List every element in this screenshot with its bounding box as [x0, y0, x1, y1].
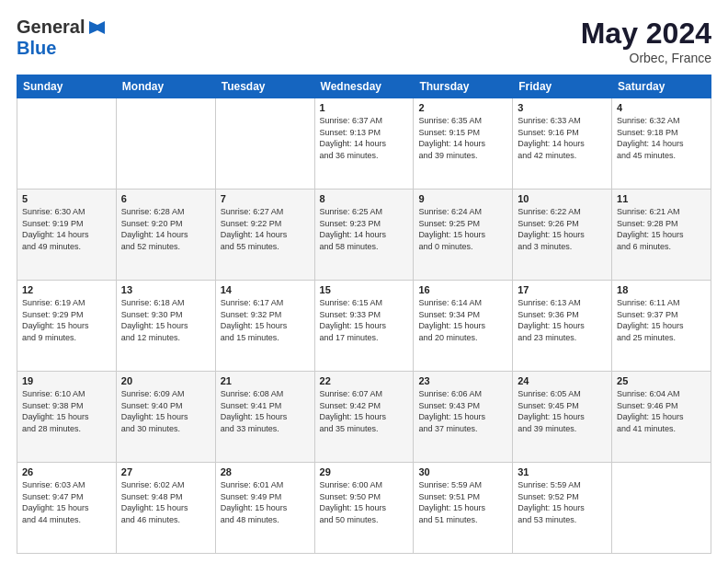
- calendar-cell: 26Sunrise: 6:03 AM Sunset: 9:47 PM Dayli…: [17, 463, 117, 554]
- day-detail: Sunrise: 6:22 AM Sunset: 9:26 PM Dayligh…: [518, 206, 607, 252]
- day-detail: Sunrise: 6:02 AM Sunset: 9:48 PM Dayligh…: [121, 479, 210, 525]
- day-detail: Sunrise: 5:59 AM Sunset: 9:52 PM Dayligh…: [518, 479, 607, 525]
- calendar-cell: 10Sunrise: 6:22 AM Sunset: 9:26 PM Dayli…: [513, 190, 612, 281]
- calendar-cell: 14Sunrise: 6:17 AM Sunset: 9:32 PM Dayli…: [215, 281, 314, 372]
- col-saturday: Saturday: [612, 75, 711, 98]
- calendar-cell: 6Sunrise: 6:28 AM Sunset: 9:20 PM Daylig…: [116, 190, 215, 281]
- day-number: 27: [121, 466, 210, 477]
- day-detail: Sunrise: 6:15 AM Sunset: 9:33 PM Dayligh…: [320, 297, 409, 343]
- day-number: 12: [22, 284, 111, 295]
- calendar-cell: 29Sunrise: 6:00 AM Sunset: 9:50 PM Dayli…: [314, 463, 414, 554]
- day-detail: Sunrise: 6:17 AM Sunset: 9:32 PM Dayligh…: [221, 297, 310, 343]
- calendar-cell: 15Sunrise: 6:15 AM Sunset: 9:33 PM Dayli…: [314, 281, 414, 372]
- day-number: 3: [518, 102, 607, 113]
- day-detail: Sunrise: 6:28 AM Sunset: 9:20 PM Dayligh…: [121, 206, 210, 252]
- logo-general-text: General: [17, 17, 85, 38]
- calendar-cell: 17Sunrise: 6:13 AM Sunset: 9:36 PM Dayli…: [513, 281, 612, 372]
- col-sunday: Sunday: [17, 75, 117, 98]
- title-block: May 2024 Orbec, France: [581, 17, 711, 65]
- day-number: 19: [22, 375, 111, 386]
- day-number: 9: [418, 193, 507, 204]
- day-number: 15: [320, 284, 409, 295]
- day-number: 21: [221, 375, 310, 386]
- day-number: 26: [22, 466, 111, 477]
- day-detail: Sunrise: 6:05 AM Sunset: 9:45 PM Dayligh…: [518, 388, 607, 434]
- day-detail: Sunrise: 6:04 AM Sunset: 9:46 PM Dayligh…: [617, 388, 706, 434]
- calendar-cell: 28Sunrise: 6:01 AM Sunset: 9:49 PM Dayli…: [215, 463, 314, 554]
- week-row-2: 5Sunrise: 6:30 AM Sunset: 9:19 PM Daylig…: [17, 190, 711, 281]
- day-detail: Sunrise: 6:33 AM Sunset: 9:16 PM Dayligh…: [518, 115, 607, 161]
- calendar-header-row: Sunday Monday Tuesday Wednesday Thursday…: [17, 75, 711, 98]
- day-number: 18: [617, 284, 706, 295]
- calendar-cell: 30Sunrise: 5:59 AM Sunset: 9:51 PM Dayli…: [414, 463, 513, 554]
- calendar-cell: 11Sunrise: 6:21 AM Sunset: 9:28 PM Dayli…: [612, 190, 711, 281]
- calendar-cell: 23Sunrise: 6:06 AM Sunset: 9:43 PM Dayli…: [414, 372, 513, 463]
- day-number: 2: [418, 102, 507, 113]
- calendar-cell: 4Sunrise: 6:32 AM Sunset: 9:18 PM Daylig…: [612, 98, 711, 190]
- day-number: 29: [320, 466, 409, 477]
- calendar-cell: [215, 98, 314, 190]
- day-number: 28: [221, 466, 310, 477]
- day-detail: Sunrise: 6:08 AM Sunset: 9:41 PM Dayligh…: [221, 388, 310, 434]
- week-row-5: 26Sunrise: 6:03 AM Sunset: 9:47 PM Dayli…: [17, 463, 711, 554]
- week-row-4: 19Sunrise: 6:10 AM Sunset: 9:38 PM Dayli…: [17, 372, 711, 463]
- day-number: 8: [320, 193, 409, 204]
- day-detail: Sunrise: 6:03 AM Sunset: 9:47 PM Dayligh…: [22, 479, 111, 525]
- day-detail: Sunrise: 6:00 AM Sunset: 9:50 PM Dayligh…: [320, 479, 409, 525]
- calendar-cell: [612, 463, 711, 554]
- calendar-cell: 8Sunrise: 6:25 AM Sunset: 9:23 PM Daylig…: [314, 190, 414, 281]
- day-detail: Sunrise: 6:19 AM Sunset: 9:29 PM Dayligh…: [22, 297, 111, 343]
- day-number: 31: [518, 466, 607, 477]
- day-detail: Sunrise: 6:13 AM Sunset: 9:36 PM Dayligh…: [518, 297, 607, 343]
- day-number: 30: [418, 466, 507, 477]
- day-detail: Sunrise: 6:18 AM Sunset: 9:30 PM Dayligh…: [121, 297, 210, 343]
- day-number: 5: [22, 193, 111, 204]
- header: General Blue May 2024 Orbec, France: [17, 17, 711, 65]
- day-detail: Sunrise: 6:07 AM Sunset: 9:42 PM Dayligh…: [320, 388, 409, 434]
- day-detail: Sunrise: 6:06 AM Sunset: 9:43 PM Dayligh…: [418, 388, 507, 434]
- svg-marker-0: [89, 21, 105, 34]
- day-detail: Sunrise: 6:01 AM Sunset: 9:49 PM Dayligh…: [221, 479, 310, 525]
- calendar-cell: 5Sunrise: 6:30 AM Sunset: 9:19 PM Daylig…: [17, 190, 117, 281]
- day-detail: Sunrise: 6:21 AM Sunset: 9:28 PM Dayligh…: [617, 206, 706, 252]
- week-row-1: 1Sunrise: 6:37 AM Sunset: 9:13 PM Daylig…: [17, 98, 711, 190]
- calendar-cell: 3Sunrise: 6:33 AM Sunset: 9:16 PM Daylig…: [513, 98, 612, 190]
- calendar-cell: 18Sunrise: 6:11 AM Sunset: 9:37 PM Dayli…: [612, 281, 711, 372]
- calendar-cell: 16Sunrise: 6:14 AM Sunset: 9:34 PM Dayli…: [414, 281, 513, 372]
- day-number: 14: [221, 284, 310, 295]
- logo-flag-icon: [86, 17, 107, 38]
- calendar-cell: 2Sunrise: 6:35 AM Sunset: 9:15 PM Daylig…: [414, 98, 513, 190]
- calendar-cell: 1Sunrise: 6:37 AM Sunset: 9:13 PM Daylig…: [314, 98, 414, 190]
- day-detail: Sunrise: 6:25 AM Sunset: 9:23 PM Dayligh…: [320, 206, 409, 252]
- location: Orbec, France: [581, 51, 711, 65]
- col-monday: Monday: [116, 75, 215, 98]
- calendar-cell: 7Sunrise: 6:27 AM Sunset: 9:22 PM Daylig…: [215, 190, 314, 281]
- day-detail: Sunrise: 6:30 AM Sunset: 9:19 PM Dayligh…: [22, 206, 111, 252]
- day-detail: Sunrise: 6:11 AM Sunset: 9:37 PM Dayligh…: [617, 297, 706, 343]
- day-detail: Sunrise: 6:24 AM Sunset: 9:25 PM Dayligh…: [418, 206, 507, 252]
- col-friday: Friday: [513, 75, 612, 98]
- day-number: 17: [518, 284, 607, 295]
- day-detail: Sunrise: 6:37 AM Sunset: 9:13 PM Dayligh…: [320, 115, 409, 161]
- week-row-3: 12Sunrise: 6:19 AM Sunset: 9:29 PM Dayli…: [17, 281, 711, 372]
- day-number: 13: [121, 284, 210, 295]
- calendar-cell: 19Sunrise: 6:10 AM Sunset: 9:38 PM Dayli…: [17, 372, 117, 463]
- day-detail: Sunrise: 6:10 AM Sunset: 9:38 PM Dayligh…: [22, 388, 111, 434]
- calendar-cell: 13Sunrise: 6:18 AM Sunset: 9:30 PM Dayli…: [116, 281, 215, 372]
- day-number: 23: [418, 375, 507, 386]
- page: General Blue May 2024 Orbec, France Sund…: [0, 0, 728, 563]
- day-number: 22: [320, 375, 409, 386]
- calendar-cell: 22Sunrise: 6:07 AM Sunset: 9:42 PM Dayli…: [314, 372, 414, 463]
- calendar-cell: 31Sunrise: 5:59 AM Sunset: 9:52 PM Dayli…: [513, 463, 612, 554]
- day-number: 4: [617, 102, 706, 113]
- calendar-cell: [116, 98, 215, 190]
- logo: General Blue: [17, 17, 107, 59]
- col-thursday: Thursday: [414, 75, 513, 98]
- day-number: 1: [320, 102, 409, 113]
- day-detail: Sunrise: 6:14 AM Sunset: 9:34 PM Dayligh…: [418, 297, 507, 343]
- calendar-table: Sunday Monday Tuesday Wednesday Thursday…: [17, 75, 711, 554]
- day-number: 16: [418, 284, 507, 295]
- calendar-cell: 21Sunrise: 6:08 AM Sunset: 9:41 PM Dayli…: [215, 372, 314, 463]
- calendar-cell: 25Sunrise: 6:04 AM Sunset: 9:46 PM Dayli…: [612, 372, 711, 463]
- calendar-cell: [17, 98, 117, 190]
